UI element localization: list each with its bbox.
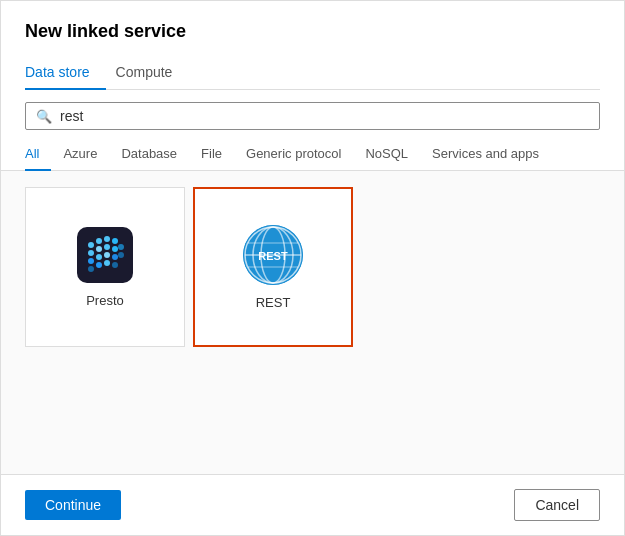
filter-tab-generic-protocol[interactable]: Generic protocol [234, 140, 353, 171]
presto-label: Presto [86, 293, 124, 308]
svg-point-17 [112, 262, 118, 268]
search-input[interactable] [60, 108, 589, 124]
filter-tabs: All Azure Database File Generic protocol… [1, 130, 624, 171]
tiles-grid: Presto REST [25, 187, 600, 347]
svg-point-5 [88, 250, 94, 256]
svg-point-11 [96, 254, 102, 260]
filter-tab-file[interactable]: File [189, 140, 234, 171]
rest-icon: REST [243, 225, 303, 285]
svg-point-8 [112, 246, 118, 252]
tab-data-store[interactable]: Data store [25, 56, 106, 90]
rest-label: REST [256, 295, 291, 310]
dialog-footer: Continue Cancel [1, 474, 624, 535]
content-area: Presto REST [1, 171, 624, 474]
new-linked-service-dialog: New linked service Data store Compute 🔍 … [0, 0, 625, 536]
svg-point-0 [88, 242, 94, 248]
tile-presto[interactable]: Presto [25, 187, 185, 347]
svg-point-10 [88, 258, 94, 264]
svg-point-13 [112, 254, 118, 260]
svg-point-3 [112, 238, 118, 244]
svg-point-14 [88, 266, 94, 272]
filter-tab-database[interactable]: Database [109, 140, 189, 171]
tile-rest[interactable]: REST REST [193, 187, 353, 347]
svg-point-16 [104, 260, 110, 266]
presto-icon [77, 227, 133, 283]
presto-logo-svg [83, 233, 127, 277]
filter-tab-azure[interactable]: Azure [51, 140, 109, 171]
filter-tab-nosql[interactable]: NoSQL [353, 140, 420, 171]
tabs-bar: Data store Compute [25, 56, 600, 90]
tab-compute[interactable]: Compute [116, 56, 189, 90]
search-bar: 🔍 [1, 90, 624, 130]
svg-point-2 [104, 236, 110, 242]
dialog-title: New linked service [25, 21, 600, 42]
rest-globe-svg: REST [243, 225, 303, 285]
filter-tab-services-and-apps[interactable]: Services and apps [420, 140, 551, 171]
svg-point-12 [104, 252, 110, 258]
svg-point-1 [96, 238, 102, 244]
svg-point-6 [96, 246, 102, 252]
svg-point-15 [96, 262, 102, 268]
svg-point-9 [118, 252, 124, 258]
continue-button[interactable]: Continue [25, 490, 121, 520]
search-input-wrapper: 🔍 [25, 102, 600, 130]
filter-tab-all[interactable]: All [25, 140, 51, 171]
search-icon: 🔍 [36, 109, 52, 124]
svg-point-4 [118, 244, 124, 250]
svg-point-7 [104, 244, 110, 250]
dialog-header: New linked service Data store Compute [1, 1, 624, 90]
cancel-button[interactable]: Cancel [514, 489, 600, 521]
svg-text:REST: REST [258, 250, 288, 262]
